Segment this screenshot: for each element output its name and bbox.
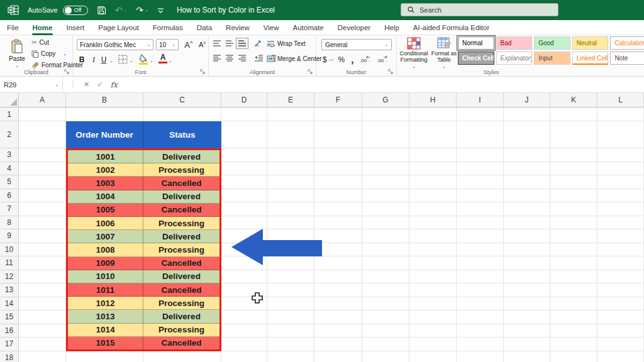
status-cell[interactable]: Cancelled xyxy=(143,283,219,296)
cell-I9[interactable] xyxy=(457,229,504,243)
cell-G16[interactable] xyxy=(362,324,409,338)
table-row[interactable]: 1003Cancelled xyxy=(68,177,219,190)
cell-L8[interactable] xyxy=(597,216,644,230)
italic-button[interactable]: I xyxy=(89,54,98,65)
cell-D1[interactable] xyxy=(221,107,267,121)
table-data-region[interactable]: 1001Delivered1002Processing1003Cancelled… xyxy=(66,148,221,351)
cell-I7[interactable] xyxy=(457,202,504,216)
cell-A7[interactable] xyxy=(19,202,66,216)
cell-K18[interactable] xyxy=(550,351,597,362)
tab-help[interactable]: Help xyxy=(377,20,406,35)
cell-E12[interactable] xyxy=(267,270,314,284)
row-header-3[interactable]: 3 xyxy=(0,148,19,162)
row-header-14[interactable]: 14 xyxy=(0,297,19,311)
style-calculation[interactable]: Calculation xyxy=(610,36,644,50)
order-number-cell[interactable]: 1012 xyxy=(68,297,143,309)
cell-I4[interactable] xyxy=(457,162,504,176)
increase-font-size-button[interactable]: A˄ xyxy=(182,39,195,50)
column-header-B[interactable]: B xyxy=(66,93,143,107)
align-center-button[interactable] xyxy=(225,54,234,62)
cell-I18[interactable] xyxy=(457,351,504,362)
cell-G10[interactable] xyxy=(362,243,409,257)
more-options-icon[interactable]: ⋮ xyxy=(69,80,76,89)
cell-K3[interactable] xyxy=(550,148,597,162)
cell-H2[interactable] xyxy=(409,121,457,148)
table-row[interactable]: 1004Delivered xyxy=(68,190,219,204)
cell-K8[interactable] xyxy=(550,216,597,230)
cell-H18[interactable] xyxy=(409,351,457,362)
orientation-button[interactable]: ab xyxy=(254,39,263,47)
cell-I11[interactable] xyxy=(457,256,504,270)
cell-F13[interactable] xyxy=(314,283,362,297)
cell-J17[interactable] xyxy=(504,337,550,351)
cell-K10[interactable] xyxy=(550,243,597,257)
cell-D3[interactable] xyxy=(221,148,267,162)
cell-L12[interactable] xyxy=(597,270,644,284)
customize-quick-access-button[interactable] xyxy=(157,7,164,14)
cell-H7[interactable] xyxy=(409,202,457,216)
table-header-order-number[interactable]: Order Number xyxy=(66,121,143,148)
cell-G2[interactable] xyxy=(362,121,409,148)
align-right-button[interactable] xyxy=(238,54,247,62)
decrease-indent-button[interactable] xyxy=(254,54,264,62)
cell-J12[interactable] xyxy=(504,270,550,284)
cell-F5[interactable] xyxy=(314,175,362,189)
autosave-toggle[interactable]: Off xyxy=(63,6,88,15)
row-header-17[interactable]: 17 xyxy=(0,337,19,351)
decrease-font-size-button[interactable]: A˅ xyxy=(196,39,209,50)
save-button[interactable] xyxy=(97,6,106,15)
style-good[interactable]: Good xyxy=(534,36,570,50)
cell-B1[interactable] xyxy=(66,107,143,121)
cell-K9[interactable] xyxy=(550,229,597,243)
cell-L14[interactable] xyxy=(597,297,644,311)
comma-style-button[interactable]: , xyxy=(351,54,353,65)
cell-E6[interactable] xyxy=(267,189,314,203)
tab-automate[interactable]: Automate xyxy=(286,20,331,35)
table-row[interactable]: 1011Cancelled xyxy=(68,283,219,297)
cell-F4[interactable] xyxy=(314,162,362,176)
cell-L6[interactable] xyxy=(597,189,644,203)
cell-I1[interactable] xyxy=(457,107,504,121)
row-header-4[interactable]: 4 xyxy=(0,162,19,176)
cell-J16[interactable] xyxy=(504,324,550,338)
cell-E5[interactable] xyxy=(267,175,314,189)
cell-H16[interactable] xyxy=(409,324,457,338)
cell-J5[interactable] xyxy=(504,175,550,189)
cell-H11[interactable] xyxy=(409,256,457,270)
status-cell[interactable]: Delivered xyxy=(143,150,219,163)
cell-H8[interactable] xyxy=(409,216,457,230)
cell-F18[interactable] xyxy=(314,351,362,362)
cell-F14[interactable] xyxy=(314,297,362,311)
table-row[interactable]: 1010Delivered xyxy=(68,270,219,283)
cell-E17[interactable] xyxy=(267,337,314,351)
cell-A13[interactable] xyxy=(19,283,66,297)
cell-B18[interactable] xyxy=(66,351,143,362)
cell-G3[interactable] xyxy=(362,148,409,162)
cell-I15[interactable] xyxy=(457,310,504,324)
cell-A11[interactable] xyxy=(19,256,66,270)
cell-H9[interactable] xyxy=(409,229,457,243)
cell-D17[interactable] xyxy=(221,337,267,351)
font-name-select[interactable]: Franklin Gothic Mec ⌄ xyxy=(77,39,153,50)
number-dialog-launcher[interactable] xyxy=(388,69,394,75)
cell-A4[interactable] xyxy=(19,162,66,176)
align-left-button[interactable] xyxy=(213,54,221,62)
cell-L16[interactable] xyxy=(597,324,644,338)
clipboard-dialog-launcher[interactable] xyxy=(64,69,70,75)
cell-G5[interactable] xyxy=(362,175,409,189)
cell-G7[interactable] xyxy=(362,202,409,216)
cell-D8[interactable] xyxy=(221,216,267,230)
cell-K16[interactable] xyxy=(550,324,597,338)
status-cell[interactable]: Processing xyxy=(143,297,219,309)
order-number-cell[interactable]: 1004 xyxy=(68,190,143,203)
row-header-7[interactable]: 7 xyxy=(0,202,19,216)
cell-H4[interactable] xyxy=(409,162,457,176)
blue-arrow-shape[interactable] xyxy=(231,229,322,269)
cell-G15[interactable] xyxy=(362,310,409,324)
paste-button[interactable]: Paste ⌄ xyxy=(5,38,29,69)
cell-J7[interactable] xyxy=(504,202,550,216)
cell-K7[interactable] xyxy=(550,202,597,216)
cell-D12[interactable] xyxy=(221,270,267,284)
table-row[interactable]: 1007Delivered xyxy=(68,230,219,243)
cell-G8[interactable] xyxy=(362,216,409,230)
